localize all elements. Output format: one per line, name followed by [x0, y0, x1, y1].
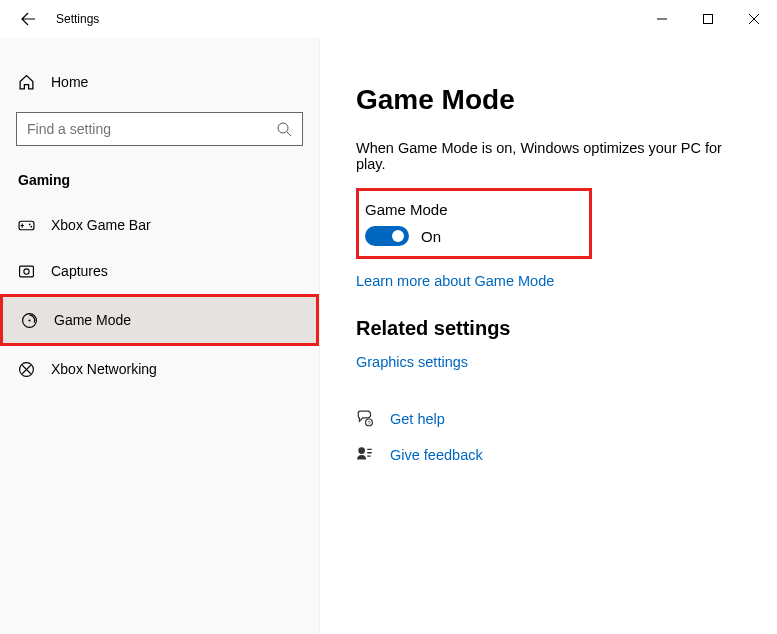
toggle-row: On: [365, 226, 579, 246]
sidebar-item-xbox-networking[interactable]: Xbox Networking: [0, 346, 319, 392]
highlight-toggle-box: Game Mode On: [356, 188, 592, 259]
arrow-left-icon: [20, 11, 36, 27]
window-controls: [639, 0, 777, 38]
home-icon: [18, 74, 35, 91]
sidebar-item-captures[interactable]: Captures: [0, 248, 319, 294]
captures-icon: [18, 263, 35, 280]
game-bar-icon: [18, 217, 35, 234]
page-title: Game Mode: [356, 84, 741, 116]
toggle-knob: [392, 230, 404, 242]
back-button[interactable]: [8, 0, 48, 38]
close-button[interactable]: [731, 0, 777, 38]
search-input-container[interactable]: [16, 112, 303, 146]
search-wrap: [0, 102, 319, 154]
toggle-label: Game Mode: [365, 201, 579, 218]
give-feedback-label: Give feedback: [390, 447, 483, 463]
sidebar-home-label: Home: [51, 74, 88, 90]
svg-point-3: [29, 223, 31, 225]
content: Game Mode When Game Mode is on, Windows …: [320, 38, 777, 634]
get-help-label: Get help: [390, 411, 445, 427]
learn-more-link[interactable]: Learn more about Game Mode: [356, 273, 741, 289]
sidebar-home[interactable]: Home: [0, 62, 319, 102]
close-icon: [749, 14, 759, 24]
game-mode-toggle[interactable]: [365, 226, 409, 246]
minimize-icon: [657, 14, 667, 24]
page-description: When Game Mode is on, Windows optimizes …: [356, 140, 741, 172]
svg-rect-5: [20, 266, 34, 277]
sidebar-item-label: Game Mode: [54, 312, 131, 328]
svg-point-8: [28, 319, 30, 321]
sidebar-section-title: Gaming: [0, 154, 319, 202]
game-mode-icon: [21, 312, 38, 329]
svg-text:?: ?: [367, 420, 370, 426]
give-feedback-row[interactable]: Give feedback: [356, 446, 741, 464]
sidebar-item-game-mode[interactable]: Game Mode: [3, 297, 316, 343]
sidebar-item-xbox-game-bar[interactable]: Xbox Game Bar: [0, 202, 319, 248]
related-settings-heading: Related settings: [356, 317, 741, 340]
sidebar: Home Gaming Xbox Game Bar Captures Game …: [0, 38, 320, 634]
xbox-networking-icon: [18, 361, 35, 378]
search-icon: [276, 121, 292, 137]
minimize-button[interactable]: [639, 0, 685, 38]
maximize-button[interactable]: [685, 0, 731, 38]
search-input[interactable]: [27, 121, 276, 137]
graphics-settings-link[interactable]: Graphics settings: [356, 354, 741, 370]
body: Home Gaming Xbox Game Bar Captures Game …: [0, 38, 777, 634]
svg-point-12: [359, 448, 365, 454]
get-help-icon: ?: [356, 410, 374, 428]
highlight-game-mode-nav: Game Mode: [0, 294, 319, 346]
give-feedback-icon: [356, 446, 374, 464]
get-help-row[interactable]: ? Get help: [356, 410, 741, 428]
maximize-icon: [703, 14, 713, 24]
svg-point-4: [30, 225, 32, 227]
titlebar: Settings: [0, 0, 777, 38]
sidebar-item-label: Xbox Game Bar: [51, 217, 151, 233]
toggle-state: On: [421, 228, 441, 245]
sidebar-item-label: Captures: [51, 263, 108, 279]
svg-point-6: [24, 268, 29, 273]
sidebar-item-label: Xbox Networking: [51, 361, 157, 377]
window-title: Settings: [56, 12, 99, 26]
svg-point-1: [278, 123, 288, 133]
svg-rect-0: [704, 15, 713, 24]
